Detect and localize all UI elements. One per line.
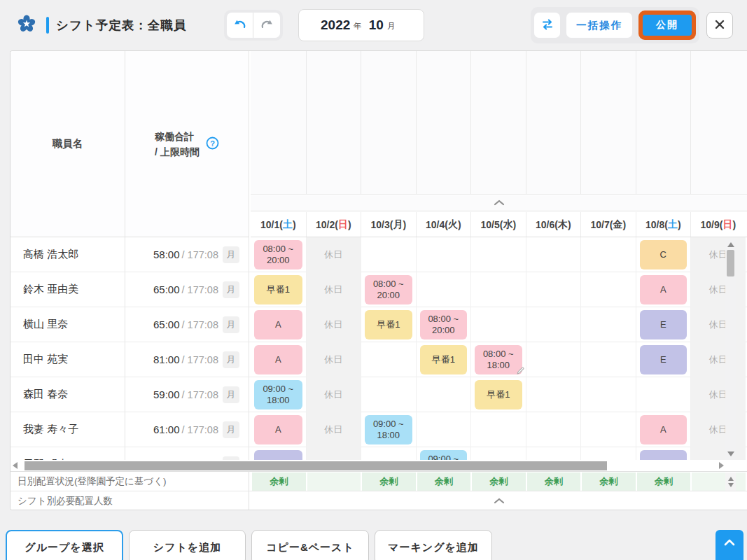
shift-cell-10/7[interactable]: [580, 342, 636, 377]
date-header-10/4[interactable]: 10/4(火): [416, 212, 471, 237]
copy-paste-button[interactable]: コピー&ペースト: [251, 530, 369, 560]
holiday-cell-10/2[interactable]: 休日: [306, 272, 361, 307]
holiday-cell-10/2[interactable]: 休日: [306, 237, 361, 272]
shift-chip[interactable]: 早番1: [254, 275, 302, 304]
shift-cell-10/7[interactable]: [580, 412, 636, 447]
shift-cell-10/4[interactable]: [416, 412, 471, 447]
shift-chip[interactable]: E: [640, 345, 687, 374]
summary-scroll-up-icon[interactable]: [728, 477, 734, 481]
shift-cell-10/1[interactable]: E: [251, 447, 306, 460]
shift-cell-10/3[interactable]: [361, 237, 416, 272]
shift-cell-10/6[interactable]: [526, 377, 581, 412]
date-header-10/6[interactable]: 10/6(木): [526, 212, 581, 237]
shift-chip[interactable]: 08:00 ~ 20:00: [420, 310, 468, 340]
date-header-10/3[interactable]: 10/3(月): [361, 212, 416, 237]
shift-chip[interactable]: 早番1: [420, 345, 468, 374]
shift-cell-10/6[interactable]: [526, 447, 581, 460]
summary-pane-scrollbar[interactable]: [725, 472, 736, 491]
shift-cell-10/6[interactable]: [526, 307, 581, 342]
shift-cell-10/8[interactable]: C: [636, 237, 691, 272]
shift-chip[interactable]: C: [640, 240, 687, 270]
shift-cell-10/4[interactable]: 09:00 ~ 18:00: [416, 447, 471, 460]
shift-cell-10/5[interactable]: [470, 307, 526, 342]
shift-cell-10/6[interactable]: [526, 412, 581, 447]
holiday-cell-10/2[interactable]: 休日: [306, 342, 361, 377]
help-icon[interactable]: ?: [206, 136, 219, 152]
shift-cell-10/7[interactable]: [580, 377, 636, 412]
holiday-cell-10/9[interactable]: 休日: [690, 307, 746, 342]
shift-cell-10/1[interactable]: 08:00 ~ 20:00: [251, 237, 306, 272]
holiday-cell-10/9[interactable]: 休日: [690, 377, 746, 412]
shift-cell-10/1[interactable]: 09:00 ~ 18:00: [251, 377, 306, 412]
shift-chip[interactable]: 08:00 ~ 18:00: [475, 345, 522, 374]
shift-chip[interactable]: 08:00 ~ 20:00: [365, 275, 412, 304]
select-group-button[interactable]: グループを選択: [6, 530, 123, 560]
bulk-operation-button[interactable]: 一括操作: [566, 13, 632, 38]
date-header-10/5[interactable]: 10/5(水): [470, 212, 526, 237]
shift-chip[interactable]: 09:00 ~ 18:00: [420, 450, 468, 460]
shift-chip[interactable]: E: [254, 450, 302, 460]
scroll-up-arrow-icon[interactable]: [727, 242, 734, 247]
shift-chip[interactable]: 早番1: [365, 310, 412, 340]
date-header-10/1[interactable]: 10/1(土): [251, 212, 306, 237]
summary-scroll-down-icon[interactable]: [728, 483, 734, 487]
shift-cell-10/8[interactable]: [636, 377, 691, 412]
date-header-10/7[interactable]: 10/7(金): [580, 212, 636, 237]
shift-chip[interactable]: E: [640, 450, 687, 460]
shift-cell-10/4[interactable]: [416, 377, 471, 412]
shift-cell-10/5[interactable]: [470, 447, 526, 460]
shift-chip[interactable]: E: [640, 310, 687, 340]
shift-cell-10/3[interactable]: 早番1: [361, 307, 416, 342]
shift-cell-10/3[interactable]: [361, 342, 416, 377]
shift-cell-10/6[interactable]: [526, 237, 581, 272]
shift-cell-10/1[interactable]: A: [251, 412, 306, 447]
edit-pencil-icon[interactable]: [516, 365, 525, 378]
shift-cell-10/8[interactable]: E: [636, 307, 691, 342]
date-header-10/9[interactable]: 10/9(日): [690, 212, 746, 237]
close-button[interactable]: [706, 12, 733, 38]
holiday-cell-10/9[interactable]: 休日: [690, 447, 746, 460]
shift-cell-10/8[interactable]: A: [636, 272, 691, 307]
shift-cell-10/5[interactable]: 早番1: [470, 377, 526, 412]
horizontal-scroll-track[interactable]: [20, 461, 716, 470]
date-header-10/8[interactable]: 10/8(土): [636, 212, 691, 237]
shift-cell-10/8[interactable]: E: [636, 342, 691, 377]
shift-chip[interactable]: A: [640, 415, 687, 444]
shift-cell-10/4[interactable]: 早番1: [416, 342, 471, 377]
shift-cell-10/7[interactable]: [580, 307, 636, 342]
horizontal-scroll-thumb[interactable]: [25, 461, 607, 470]
holiday-cell-10/2[interactable]: 休日: [306, 447, 361, 460]
shift-chip[interactable]: 08:00 ~ 20:00: [254, 240, 302, 270]
shift-cell-10/1[interactable]: A: [251, 307, 306, 342]
shift-chip[interactable]: A: [254, 415, 302, 444]
holiday-cell-10/9[interactable]: 休日: [690, 272, 746, 307]
publish-button[interactable]: 公開: [643, 15, 692, 36]
shift-cell-10/5[interactable]: [470, 412, 526, 447]
shift-cell-10/7[interactable]: [580, 447, 636, 460]
undo-button[interactable]: [227, 13, 253, 38]
holiday-cell-10/2[interactable]: 休日: [306, 412, 361, 447]
shift-cell-10/5[interactable]: 08:00 ~ 18:00: [470, 342, 526, 377]
shift-cell-10/7[interactable]: [580, 272, 636, 307]
shift-chip[interactable]: A: [254, 310, 302, 340]
holiday-cell-10/9[interactable]: 休日: [690, 237, 746, 272]
shift-cell-10/3[interactable]: [361, 447, 416, 460]
shift-cell-10/3[interactable]: [361, 377, 416, 412]
swap-view-button[interactable]: [534, 13, 560, 38]
scroll-to-top-button[interactable]: [715, 530, 743, 560]
collapse-header-toggle[interactable]: [251, 195, 747, 211]
shift-cell-10/4[interactable]: [416, 237, 471, 272]
date-header-10/2[interactable]: 10/2(日): [306, 212, 361, 237]
holiday-cell-10/2[interactable]: 休日: [306, 307, 361, 342]
scroll-left-arrow-icon[interactable]: [13, 462, 18, 469]
collapse-footer-toggle[interactable]: [251, 491, 747, 510]
shift-cell-10/6[interactable]: [526, 272, 581, 307]
shift-cell-10/3[interactable]: 09:00 ~ 18:00: [361, 412, 416, 447]
add-marking-button[interactable]: マーキングを追加: [375, 530, 492, 560]
shift-chip[interactable]: 09:00 ~ 18:00: [254, 380, 302, 410]
scroll-down-arrow-icon[interactable]: [727, 451, 734, 456]
shift-cell-10/5[interactable]: [470, 272, 526, 307]
shift-chip[interactable]: A: [640, 275, 687, 304]
shift-cell-10/4[interactable]: 08:00 ~ 20:00: [416, 307, 471, 342]
shift-chip[interactable]: A: [254, 345, 302, 374]
